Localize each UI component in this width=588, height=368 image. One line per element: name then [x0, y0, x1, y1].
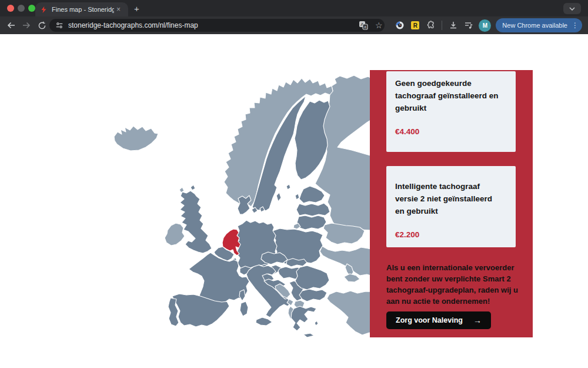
- new-tab-button[interactable]: +: [134, 4, 139, 14]
- stoneridge-bolt-icon: [40, 6, 48, 14]
- island-faroe[interactable]: [179, 187, 184, 193]
- site-settings-icon[interactable]: [55, 21, 64, 29]
- island-saaremaa[interactable]: [295, 194, 299, 200]
- fine-amount: €2.200: [395, 230, 506, 239]
- island-crete[interactable]: [303, 333, 314, 337]
- fines-panel: Geen goedgekeurde tachograaf geïnstallee…: [370, 70, 533, 337]
- media-controls-icon[interactable]: [462, 18, 476, 32]
- chevron-down-icon: [569, 7, 575, 11]
- profile-avatar[interactable]: M: [479, 19, 491, 32]
- titlebar: Fines map - Stoneridge Tachographs × +: [0, 0, 588, 16]
- extensions-puzzle-icon[interactable]: [423, 18, 437, 32]
- back-button[interactable]: [4, 18, 19, 33]
- svg-text:a: a: [364, 25, 366, 29]
- cta-button-label: Zorg voor Naleving: [396, 316, 463, 324]
- country-greece[interactable]: [291, 306, 316, 331]
- country-iceland[interactable]: [114, 126, 158, 151]
- tab-close-icon[interactable]: ×: [116, 5, 121, 14]
- country-slovakia[interactable]: [286, 258, 307, 267]
- menu-dots-icon[interactable]: ⋮: [572, 21, 579, 29]
- fine-title: Intelligente tachograaf versie 2 niet ge…: [395, 180, 502, 217]
- country-ireland[interactable]: [165, 223, 185, 246]
- tab-title: Fines map - Stoneridge Tachographs: [52, 6, 114, 13]
- fine-card: Geen goedgekeurde tachograaf geïnstallee…: [386, 71, 516, 152]
- address-bar[interactable]: stoneridge-tachographs.com/nl/fines-map: [49, 19, 385, 32]
- minimize-window-button[interactable]: [18, 5, 25, 12]
- cta-text: Als u een internationale vervoerder bent…: [386, 262, 524, 307]
- region-crimea[interactable]: [344, 274, 360, 282]
- country-bulgaria[interactable]: [299, 289, 327, 301]
- country-latvia[interactable]: [296, 203, 330, 216]
- extension-r-icon[interactable]: R: [408, 18, 422, 32]
- forward-button[interactable]: [19, 18, 34, 33]
- island-shetland[interactable]: [191, 185, 195, 190]
- bookmark-star-icon[interactable]: ☆: [372, 18, 386, 32]
- maximize-window-button[interactable]: [28, 5, 35, 12]
- fine-title: Geen goedgekeurde tachograaf geïnstallee…: [395, 77, 502, 114]
- browser-tab[interactable]: Fines map - Stoneridge Tachographs ×: [35, 2, 128, 16]
- island-aland[interactable]: [286, 184, 290, 190]
- compliance-cta-button[interactable]: Zorg voor Naleving →: [386, 311, 491, 329]
- translate-icon[interactable]: A a: [356, 18, 370, 32]
- fine-card: Intelligente tachograaf versie 2 niet ge…: [386, 166, 516, 247]
- toolbar: stoneridge-tachographs.com/nl/fines-map …: [0, 16, 588, 34]
- island-gotland[interactable]: [276, 193, 281, 201]
- update-pill-label: New Chrome available: [502, 22, 567, 29]
- country-united-kingdom[interactable]: [180, 191, 212, 253]
- tab-search-button[interactable]: [563, 3, 581, 14]
- island-aegean[interactable]: [315, 321, 318, 326]
- arrow-right-icon: →: [473, 316, 482, 325]
- url-text: stoneridge-tachographs.com/nl/fines-map: [68, 21, 198, 29]
- fine-amount: €4.400: [395, 127, 506, 136]
- country-lithuania[interactable]: [297, 216, 326, 230]
- country-romania[interactable]: [295, 266, 329, 290]
- toolbar-divider: [442, 21, 442, 30]
- island-sardinia[interactable]: [240, 301, 248, 316]
- island-sicily[interactable]: [256, 317, 272, 326]
- island-corsica[interactable]: [239, 290, 245, 301]
- reload-button[interactable]: [34, 18, 49, 33]
- close-window-button[interactable]: [7, 5, 14, 12]
- extension-clock-icon[interactable]: [393, 18, 407, 32]
- download-icon[interactable]: [446, 18, 460, 32]
- chrome-update-pill[interactable]: New Chrome available ⋮: [496, 18, 582, 32]
